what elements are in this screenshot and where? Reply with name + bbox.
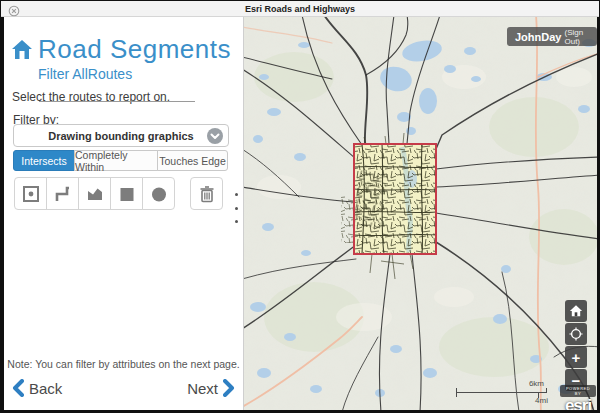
locate-button[interactable] xyxy=(565,323,587,345)
map-controls: + − xyxy=(565,300,587,391)
page-subtitle: Filter AllRoutes xyxy=(38,66,132,82)
panel-drag-handle[interactable] xyxy=(232,193,240,223)
next-button[interactable]: Next xyxy=(182,379,235,397)
rectangle-tool-button[interactable] xyxy=(110,177,143,210)
side-panel: Road Segments Filter AllRoutes Select th… xyxy=(4,17,244,410)
polyline-tool-button[interactable] xyxy=(46,177,79,210)
filter-mode-dropdown[interactable]: Drawing bounding graphics xyxy=(13,124,229,147)
home-icon xyxy=(10,38,34,62)
trash-icon xyxy=(197,184,217,204)
point-tool-button[interactable] xyxy=(14,177,47,210)
home-extent-icon xyxy=(569,304,583,318)
close-icon[interactable] xyxy=(8,3,20,15)
scale-km-label: 6km xyxy=(529,379,544,388)
page-title: Road Segments xyxy=(38,34,231,65)
polygon-tool-button[interactable] xyxy=(78,177,111,210)
polyline-tool-icon xyxy=(53,184,73,204)
divider xyxy=(39,101,195,102)
spatial-filter-tabs: Intersects Completely Within Touches Edg… xyxy=(13,150,228,171)
back-chevron-icon xyxy=(12,379,24,397)
home-extent-button[interactable] xyxy=(565,300,587,322)
rectangle-tool-icon xyxy=(117,184,137,204)
back-label: Back xyxy=(29,380,62,397)
user-name: JohnDay xyxy=(515,31,561,43)
attribute-filter-note: Note: You can filter by attributes on th… xyxy=(4,358,243,370)
title-bar: Esri Roads and Highways xyxy=(1,1,599,17)
chevron-down-icon xyxy=(207,128,223,144)
tab-intersects[interactable]: Intersects xyxy=(13,150,75,171)
map-container: JohnDay (Sign Out) + − 6km xyxy=(244,17,597,410)
sign-out-link[interactable]: (Sign Out) xyxy=(564,28,589,46)
back-button[interactable]: Back xyxy=(12,379,67,397)
map-canvas[interactable] xyxy=(244,17,597,410)
tab-completely-within[interactable]: Completely Within xyxy=(74,150,158,171)
tab-touches-edge[interactable]: Touches Edge xyxy=(157,150,228,171)
user-button[interactable]: JohnDay (Sign Out) xyxy=(507,27,597,46)
window-title: Esri Roads and Highways xyxy=(245,4,355,14)
next-label: Next xyxy=(187,380,218,397)
filter-mode-value: Drawing bounding graphics xyxy=(48,130,193,142)
esri-logo: POWERED BY esri xyxy=(560,385,596,410)
circle-tool-button[interactable] xyxy=(142,177,175,210)
draw-toolbar xyxy=(14,177,223,210)
scale-mi-label: 4mi xyxy=(535,396,548,405)
esri-wordmark: esri xyxy=(560,397,596,410)
polygon-tool-icon xyxy=(85,184,105,204)
app-window: Esri Roads and Highways Road Segments Fi… xyxy=(0,0,600,413)
next-chevron-icon xyxy=(223,379,235,397)
scale-bar: 6km 4mi xyxy=(456,374,548,404)
locate-icon xyxy=(569,327,583,341)
circle-tool-icon xyxy=(149,184,169,204)
plus-icon: + xyxy=(572,350,581,365)
point-tool-icon xyxy=(21,184,41,204)
zoom-in-button[interactable]: + xyxy=(565,346,587,368)
clear-graphics-button[interactable] xyxy=(190,177,223,210)
